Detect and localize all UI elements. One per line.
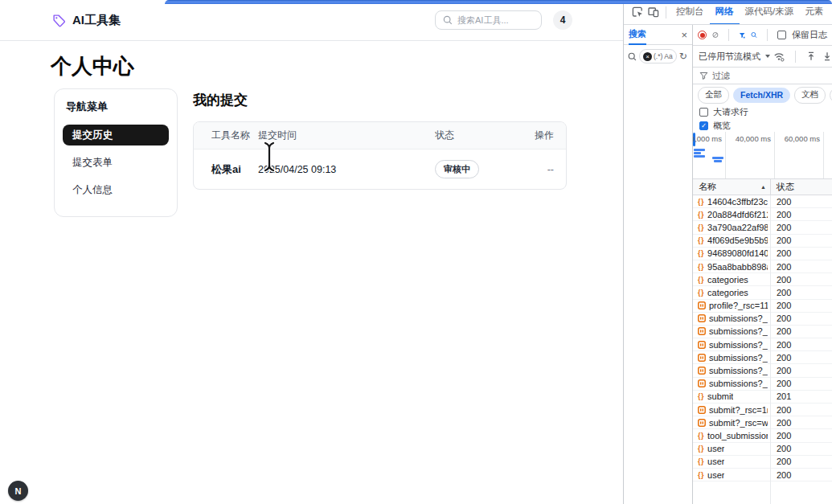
request-status: 200: [770, 236, 832, 245]
timeline-gridline: [823, 132, 824, 178]
network-request-row[interactable]: submissions?_rsc...200: [693, 313, 832, 326]
sidebar-item[interactable]: 提交表单: [63, 152, 169, 173]
network-request-row[interactable]: submissions?_rsc...200: [693, 338, 832, 351]
network-request-row[interactable]: {}user200: [693, 443, 832, 456]
request-status: 200: [770, 444, 832, 453]
network-request-row[interactable]: profile?_rsc=11o6r200: [693, 300, 832, 313]
json-request-icon: {}: [698, 211, 704, 219]
json-request-icon: {}: [698, 236, 704, 244]
avatar[interactable]: N: [8, 481, 28, 501]
network-request-row[interactable]: submissions?_rsc...200: [693, 326, 832, 338]
request-status: 201: [770, 391, 832, 401]
request-status: 200: [770, 353, 832, 363]
request-status: 200: [770, 470, 832, 480]
big-request-rows-checkbox[interactable]: [699, 108, 708, 117]
clear-search-icon[interactable]: ×: [643, 52, 652, 61]
status-badge: 审核中: [435, 160, 479, 178]
json-request-icon: {}: [698, 249, 704, 257]
network-request-row[interactable]: submissions?_rsc...200: [693, 378, 832, 391]
cell-tool-name: 松果ai: [211, 162, 258, 177]
request-name: {}categories: [693, 288, 770, 297]
network-request-row[interactable]: {}3a790aa22af983...200: [693, 221, 832, 234]
nav-menu-card: 导航菜单 提交历史提交表单个人信息: [54, 88, 178, 217]
column-header: 操作: [526, 129, 554, 142]
match-case-toggle[interactable]: Aa: [664, 52, 672, 60]
regex-toggle[interactable]: (.*): [654, 52, 662, 60]
request-status: 200: [770, 210, 832, 219]
clear-network-log-icon[interactable]: [712, 30, 719, 40]
network-request-row[interactable]: {}94689080fd1402...200: [693, 248, 832, 260]
table-row[interactable]: 松果ai 2025/04/25 09:13 审核中 --: [194, 150, 566, 189]
network-request-row[interactable]: {}tool_submissions...200: [693, 429, 832, 442]
request-status: 200: [770, 366, 832, 375]
network-request-row[interactable]: submit?_rsc=1nw...200: [693, 404, 832, 416]
name-column-header[interactable]: 名称 ▲: [693, 181, 770, 193]
request-name: {}20a884dfd6f212e...: [693, 210, 770, 219]
request-status: 200: [770, 340, 832, 350]
request-name: profile?_rsc=11o6r: [693, 301, 770, 310]
network-request-row[interactable]: {}95aa8babb898aa...200: [693, 260, 832, 273]
request-name: submissions?_rsc...: [693, 313, 770, 323]
request-name: submissions?_rsc...: [693, 326, 770, 336]
json-request-icon: {}: [698, 263, 704, 271]
network-request-list: {}14604c3ffbf23c6...200{}20a884dfd6f212e…: [693, 195, 832, 504]
status-column-header[interactable]: 状态: [770, 179, 832, 195]
cell-submit-time: 2025/04/25 09:13: [258, 164, 435, 175]
document-request-icon: [698, 327, 706, 335]
network-conditions-icon[interactable]: [773, 51, 785, 62]
inspect-element-icon[interactable]: [632, 6, 643, 18]
refresh-search-icon[interactable]: ↻: [679, 51, 687, 62]
network-request-row[interactable]: {}14604c3ffbf23c6...200: [693, 195, 832, 208]
export-har-icon[interactable]: [822, 51, 832, 61]
network-request-row[interactable]: {}user200: [693, 456, 832, 469]
network-request-row[interactable]: {}submit201: [693, 391, 832, 404]
request-name: {}categories: [693, 275, 770, 285]
filter-chip[interactable]: 文档: [794, 87, 826, 104]
sidebar-item[interactable]: 个人信息: [63, 179, 169, 200]
document-request-icon: [698, 379, 706, 387]
site-title: AI工具集: [72, 13, 121, 28]
submissions-table: 工具名称提交时间状态操作 松果ai 2025/04/25 09:13 审核中 -…: [193, 121, 567, 190]
overview-checkbox[interactable]: ✓: [699, 121, 708, 130]
network-request-row[interactable]: {}categories200: [693, 273, 832, 286]
search-drawer-tab[interactable]: 搜索: [629, 25, 646, 45]
network-request-row[interactable]: submissions?_rsc...200: [693, 364, 832, 377]
big-request-rows-option[interactable]: 大请求行: [693, 105, 832, 119]
request-name: {}user: [693, 444, 770, 453]
json-request-icon: {}: [698, 471, 704, 479]
submissions-title: 我的提交: [193, 92, 567, 109]
site-logo[interactable]: AI工具集: [52, 13, 121, 28]
json-request-icon: {}: [698, 392, 704, 400]
preserve-log-checkbox[interactable]: [777, 31, 786, 39]
site-search-input[interactable]: [457, 15, 530, 25]
network-overview-strip[interactable]: 20,000 ms40,000 ms60,000 ms: [693, 132, 832, 179]
filter-chip[interactable]: Fetch/XHR: [733, 88, 790, 103]
network-request-row[interactable]: {}user200: [693, 469, 832, 481]
submissions-panel: 我的提交 工具名称提交时间状态操作 松果ai 2025/04/25 09:13 …: [193, 88, 567, 190]
import-har-icon[interactable]: [806, 51, 816, 61]
overview-option[interactable]: ✓ 概览: [693, 119, 832, 132]
request-status: 200: [770, 405, 832, 415]
overview-bar: [694, 155, 705, 158]
filter-chip[interactable]: 全部: [698, 87, 729, 104]
ai-tools-site: AI工具集 4 个人中心 导航菜单 提交历史提交表单个人信息 我的提交: [0, 0, 623, 504]
record-icon[interactable]: [698, 31, 707, 39]
sidebar-item[interactable]: 提交历史: [63, 125, 169, 145]
network-request-row[interactable]: {}categories200: [693, 286, 832, 299]
network-request-row[interactable]: {}20a884dfd6f212e...200: [693, 208, 832, 221]
search-icon: [628, 52, 637, 61]
search-network-icon[interactable]: [751, 30, 757, 40]
json-request-icon: {}: [698, 223, 704, 232]
request-status: 200: [770, 418, 832, 428]
device-toolbar-icon[interactable]: [648, 6, 659, 18]
header-count-badge[interactable]: 4: [553, 10, 572, 30]
network-request-row[interactable]: submit?_rsc=wsn...200: [693, 416, 832, 429]
close-icon[interactable]: ×: [681, 30, 687, 40]
network-request-row[interactable]: {}4f069d5e9b5b93...200: [693, 235, 832, 248]
filter-icon[interactable]: [739, 30, 745, 41]
search-drawer-input[interactable]: × (.*) Aa ↻: [624, 45, 692, 68]
document-request-icon: [698, 406, 706, 414]
throttling-dropdown[interactable]: 已停用节流模式: [699, 51, 760, 63]
site-search[interactable]: [435, 10, 542, 30]
network-request-row[interactable]: submissions?_rsc...200: [693, 351, 832, 364]
